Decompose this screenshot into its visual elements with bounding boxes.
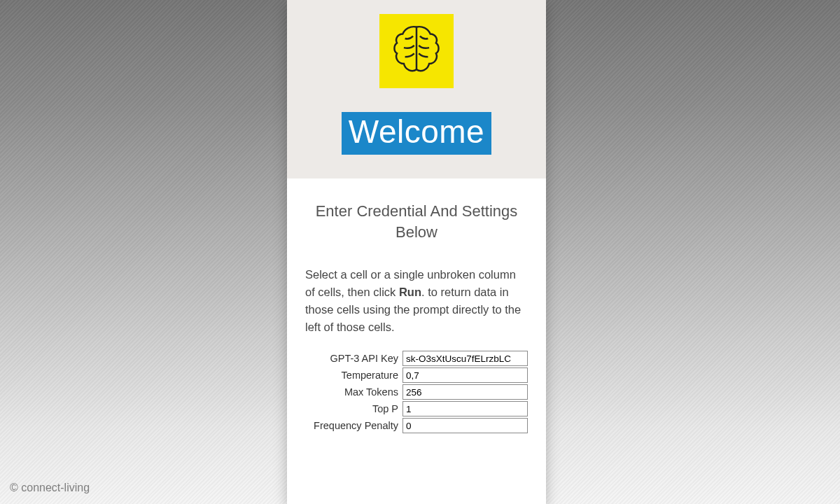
copyright: © connect-living — [10, 482, 90, 494]
welcome-title: Welcome — [342, 112, 491, 155]
input-temperature[interactable] — [402, 368, 528, 383]
instructions: Select a cell or a single unbroken colum… — [305, 266, 528, 335]
label-top-p: Top P — [305, 403, 402, 414]
input-top-p[interactable] — [402, 401, 528, 416]
input-max-tokens[interactable] — [402, 384, 528, 400]
row-top-p: Top P — [305, 401, 528, 416]
addin-panel: Welcome Enter Credential And Settings Be… — [287, 0, 546, 504]
hero: Welcome — [287, 0, 546, 178]
label-api-key: GPT-3 API Key — [305, 353, 402, 364]
body: Enter Credential And Settings Below Sele… — [287, 178, 546, 435]
row-api-key: GPT-3 API Key — [305, 351, 528, 366]
row-frequency-penalty: Frequency Penalty — [305, 418, 528, 433]
input-api-key[interactable] — [402, 351, 528, 366]
row-temperature: Temperature — [305, 368, 528, 383]
row-max-tokens: Max Tokens — [305, 384, 528, 400]
brain-icon — [379, 14, 454, 88]
input-frequency-penalty[interactable] — [402, 418, 528, 433]
subtitle: Enter Credential And Settings Below — [305, 201, 528, 242]
label-frequency-penalty: Frequency Penalty — [305, 420, 402, 431]
label-max-tokens: Max Tokens — [305, 386, 402, 398]
label-temperature: Temperature — [305, 370, 402, 381]
instructions-bold: Run — [399, 286, 421, 298]
settings-form: GPT-3 API Key Temperature Max Tokens Top… — [305, 351, 528, 433]
